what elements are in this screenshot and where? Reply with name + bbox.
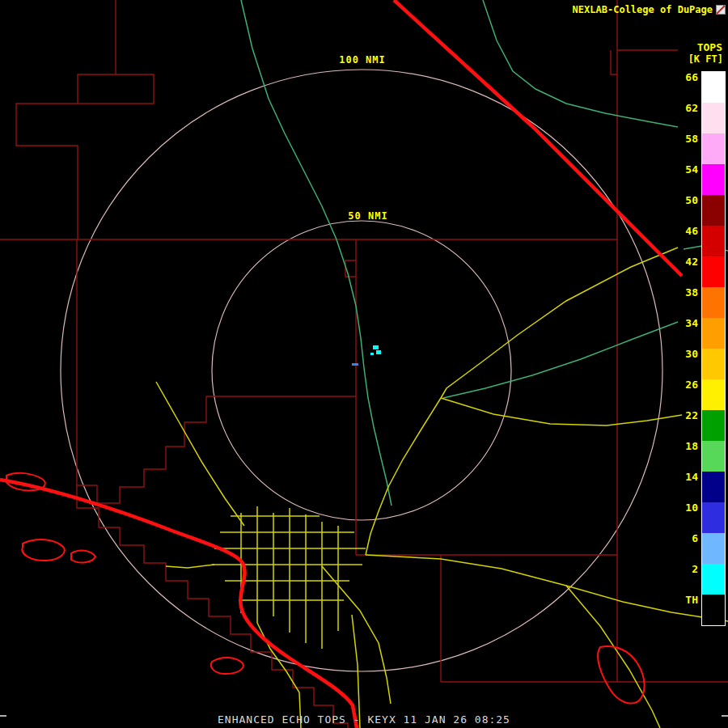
legend-label-30: 30	[680, 348, 698, 379]
legend-label-46: 46	[680, 225, 698, 256]
county-line	[77, 485, 348, 728]
road-line	[166, 565, 214, 568]
red-outline	[211, 658, 243, 674]
legend-label-66: 66	[680, 71, 698, 102]
legend-swatch-10	[702, 502, 725, 533]
echo-pixel	[376, 350, 381, 354]
product-title: ENHANCED ECHO TOPS - KEYX 11 JAN 26 08:2…	[0, 713, 728, 726]
cod-logo-icon	[716, 5, 726, 15]
legend-swatch-TH	[702, 595, 725, 625]
legend-swatch-22	[702, 410, 725, 441]
legend-swatch-34	[702, 318, 725, 349]
radar-display: 100 NMI 50 NMI NEXLAB-College of DuPage …	[0, 0, 728, 728]
legend-swatch-50	[702, 195, 725, 226]
legend-swatch-38	[702, 287, 725, 318]
road-line	[366, 398, 441, 555]
legend-label-6: 6	[680, 532, 698, 563]
legend-swatch-66	[702, 72, 725, 103]
legend-swatch-62	[702, 103, 725, 133]
legend-label-54: 54	[680, 163, 698, 194]
river-line	[241, 0, 392, 506]
legend-units: [K FT]	[688, 53, 723, 65]
legend-swatch-58	[702, 133, 725, 164]
road-line	[366, 555, 728, 621]
legend-swatch-18	[702, 441, 725, 472]
legend-label-34: 34	[680, 317, 698, 348]
range-ring-50nmi	[212, 221, 511, 520]
echo-pixel	[373, 345, 379, 349]
echo-pixel	[352, 363, 358, 366]
legend-swatch-26	[702, 379, 725, 410]
county-line	[77, 239, 206, 503]
city-street-grid	[212, 506, 366, 649]
red-outline	[22, 540, 64, 561]
road-line	[156, 382, 244, 526]
legend-swatch-2	[702, 564, 725, 595]
roads	[156, 248, 728, 728]
legend-label-58: 58	[680, 133, 698, 163]
radar-map: 100 NMI 50 NMI	[0, 0, 728, 728]
red-outline	[598, 646, 644, 704]
road-line	[441, 398, 682, 425]
legend-label-14: 14	[680, 471, 698, 502]
legend-swatch-30	[702, 349, 725, 379]
interstate-highways	[0, 0, 682, 728]
legend-label-10: 10	[680, 502, 698, 532]
legend-swatch-46	[702, 226, 725, 256]
rivers	[241, 0, 728, 506]
brand-text: NEXLAB-College of DuPage	[573, 4, 713, 15]
legend-swatch-14	[702, 472, 725, 502]
interstate-line	[0, 480, 357, 728]
county-line	[611, 50, 678, 74]
echo-pixel	[370, 353, 374, 355]
range-ring-label-50: 50 NMI	[348, 210, 387, 222]
road-line	[322, 566, 391, 704]
legend-label-62: 62	[680, 102, 698, 133]
legend-label-38: 38	[680, 286, 698, 317]
legend-swatch-42	[702, 256, 725, 287]
legend-bar	[701, 71, 726, 626]
red-outline	[71, 551, 95, 563]
legend-labels: 66625854504642383430262218141062TH	[680, 71, 698, 624]
legend-label-2: 2	[680, 563, 698, 594]
river-line	[443, 322, 678, 398]
legend-title: TOPS	[697, 41, 722, 53]
brand: NEXLAB-College of DuPage	[573, 4, 726, 15]
legend-label-22: 22	[680, 409, 698, 440]
legend-label-TH: TH	[680, 594, 698, 624]
legend-label-50: 50	[680, 194, 698, 225]
color-scale-legend: 66625854504642383430262218141062TH	[680, 71, 726, 626]
range-ring-100nmi	[61, 70, 662, 671]
range-ring-label-100: 100 NMI	[339, 54, 386, 66]
county-line	[16, 0, 154, 239]
legend-swatch-54	[702, 164, 725, 195]
legend-label-42: 42	[680, 256, 698, 286]
legend-label-26: 26	[680, 379, 698, 409]
road-line	[441, 248, 678, 398]
legend-swatch-6	[702, 533, 725, 564]
legend-label-18: 18	[680, 440, 698, 471]
county-line	[345, 260, 356, 277]
interstate-line	[394, 0, 682, 276]
